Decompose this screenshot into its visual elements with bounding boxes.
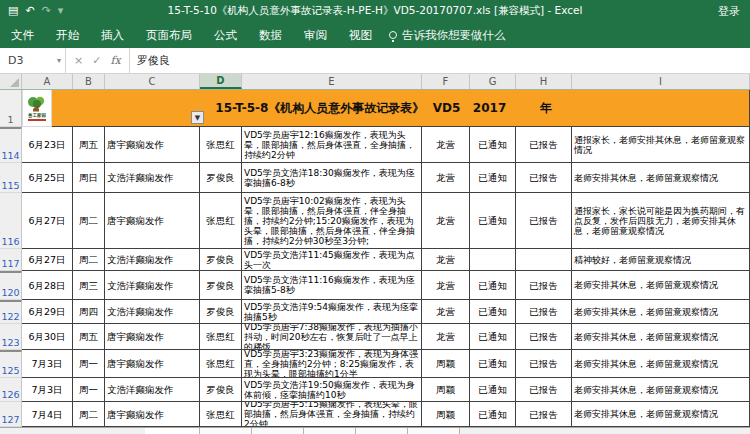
cell-notified[interactable]: 已通知 [470, 378, 516, 402]
sheet-tab[interactable] [200, 428, 252, 434]
column-header-e[interactable]: E [242, 74, 422, 89]
cell-action[interactable]: 老师安排其休息，老师留意观察情况 [572, 324, 750, 350]
tell-me-search[interactable]: 告诉我你想要做什么 [389, 28, 506, 43]
cell-weekday[interactable]: 周二 [73, 402, 105, 427]
cell-head[interactable]: 周颖 [422, 402, 470, 427]
cell-head[interactable]: 周颖 [422, 378, 470, 402]
cell-reported[interactable]: 已报告 [516, 300, 572, 324]
cell-description[interactable]: VD5学员文浩洋18:30癫痫发作，表现为痉挛抽搐6-8秒 [242, 163, 422, 193]
cell-reported[interactable]: 已报告 [516, 350, 572, 378]
row-number[interactable]: 1 [0, 90, 22, 127]
sign-in-button[interactable]: 登录 [718, 4, 750, 19]
select-all-button[interactable] [0, 74, 22, 89]
cell-recorder[interactable]: 罗俊良 [200, 249, 242, 271]
cell-description[interactable]: VD5学员唐宇3:23癫痫发作，表现为身体强直，全身抽搐约2分钟；8:25癫痫发… [242, 350, 422, 378]
row-number[interactable]: 116 [0, 193, 22, 249]
insert-function-icon[interactable]: fx [110, 54, 120, 67]
row-number[interactable]: 114 [0, 127, 22, 163]
row-number[interactable]: 117 [0, 249, 22, 271]
cell-head[interactable]: 龙营 [422, 324, 470, 350]
cell-date[interactable]: 6月30日 [22, 324, 73, 350]
cell-head[interactable]: 龙营 [422, 249, 470, 271]
sheet-tab[interactable] [145, 428, 200, 434]
tab-formulas[interactable]: 公式 [203, 22, 248, 48]
undo-icon[interactable]: ↶ [25, 0, 34, 22]
cell-recorder[interactable]: 张思红 [200, 127, 242, 163]
name-box[interactable]: D3 ▾ [0, 48, 66, 73]
save-icon[interactable]: ▤ [8, 0, 18, 22]
cell-recorder[interactable]: 张思红 [200, 193, 242, 249]
cell-event[interactable]: 文浩洋癫痫发作 [105, 249, 200, 271]
cell-reported[interactable]: 已报告 [516, 271, 572, 300]
cell-date[interactable]: 6月23日 [22, 127, 73, 163]
cell-date[interactable]: 7月4日 [22, 402, 73, 427]
row-number[interactable]: 123 [0, 324, 22, 350]
cell-event[interactable]: 唐宇癫痫发作 [105, 127, 200, 163]
tab-insert[interactable]: 插入 [90, 22, 135, 48]
cell-reported[interactable]: 已报告 [516, 193, 572, 249]
row-number[interactable]: 127 [0, 402, 22, 427]
cell-event[interactable]: 唐宇癫痫发作 [105, 402, 200, 427]
cell-action[interactable]: 通报家长，老师安排其休息，老师留意观察情况 [572, 127, 750, 163]
cell-event[interactable]: 文浩洋癫痫发作 [105, 271, 200, 300]
cell-action[interactable]: 老师安排其休息，老师留意观察情况 [572, 271, 750, 300]
cell-event[interactable]: 唐宇癫痫发作 [105, 193, 200, 249]
chevron-down-icon[interactable]: ▾ [57, 56, 61, 65]
cell-weekday[interactable]: 周三 [73, 271, 105, 300]
cell-weekday[interactable]: 周一 [73, 378, 105, 402]
cell-date[interactable]: 6月27日 [22, 193, 73, 249]
cell-recorder[interactable]: 罗俊良 [200, 271, 242, 300]
cell-reported[interactable]: 已报告 [516, 324, 572, 350]
cell-weekday[interactable]: 周四 [73, 300, 105, 324]
cell-notified[interactable]: 已通知 [470, 193, 516, 249]
cell-head[interactable]: 龙营 [422, 193, 470, 249]
cell-recorder[interactable]: 罗俊良 [200, 300, 242, 324]
cell-reported[interactable]: 已报告 [516, 378, 572, 402]
cell-notified[interactable]: 已通知 [470, 300, 516, 324]
cell-head[interactable]: 龙营 [422, 271, 470, 300]
cell-recorder[interactable]: 张思红 [200, 324, 242, 350]
cell-description[interactable]: VD5学员唐宇7:38癫痫发作，表现为抽搐小抖动，时间20秒左右，恢复后吐了一点… [242, 324, 422, 350]
sheet-tab[interactable] [408, 428, 460, 434]
sheet-tab-strip[interactable] [0, 427, 750, 434]
cell-weekday[interactable]: 周二 [73, 249, 105, 271]
formula-input[interactable]: 罗俊良 [130, 48, 750, 73]
cell-action[interactable]: 通报家长，家长说可能是因为换药期间，有点反复，发作后四肢无力，老师安排其休息，老… [572, 193, 750, 249]
cancel-icon[interactable]: × [74, 54, 83, 67]
column-header-i[interactable]: I [572, 74, 750, 89]
tab-view[interactable]: 视图 [338, 22, 383, 48]
cell-action[interactable]: 老师安排其休息，老师留意观察情况 [572, 350, 750, 378]
cell-date[interactable]: 7月3日 [22, 350, 73, 378]
sheet-tab[interactable] [304, 428, 356, 434]
cell-notified[interactable]: 已通知 [470, 271, 516, 300]
cell-notified[interactable] [470, 249, 516, 271]
cell-notified[interactable]: 已通知 [470, 127, 516, 163]
column-header-d-selected[interactable]: D [200, 74, 242, 89]
cell-recorder[interactable]: 罗俊良 [200, 163, 242, 193]
column-header-g[interactable]: G [470, 74, 516, 89]
cell-weekday[interactable]: 周五 [73, 324, 105, 350]
cell-weekday[interactable]: 周一 [73, 350, 105, 378]
cell-head[interactable]: 龙营 [422, 300, 470, 324]
cell-event[interactable]: 文浩洋癫痫发作 [105, 378, 200, 402]
column-header-a[interactable]: A [22, 74, 73, 89]
cell-reported[interactable]: 已报告 [516, 127, 572, 163]
cell-description[interactable]: VD5学员文浩洋11:16癫痫发作，表现为痉挛抽搐5-8秒 [242, 271, 422, 300]
column-header-h[interactable]: H [516, 74, 572, 89]
cell-notified[interactable]: 已通知 [470, 402, 516, 427]
cell-notified[interactable]: 已通知 [470, 163, 516, 193]
column-header-b[interactable]: B [73, 74, 105, 89]
qat-more-icon[interactable]: ▾ [58, 0, 64, 22]
cell-description[interactable]: VD5学员唐宇10:02癫痫发作，表现为头晕，眼部抽搐，然后身体强直，伴全身抽搐… [242, 193, 422, 249]
cell-head[interactable]: 龙营 [422, 163, 470, 193]
cell-description[interactable]: VD5学员文浩洋11:45癫痫发作，表现为点头一次 [242, 249, 422, 271]
cell-event[interactable]: 文浩洋癫痫发作 [105, 163, 200, 193]
cell-event[interactable]: 唐宇癫痫发作 [105, 324, 200, 350]
tab-file[interactable]: 文件 [0, 22, 45, 48]
cell-action[interactable]: 老师安排其休息，老师留意观察情况 [572, 300, 750, 324]
row-number[interactable]: 125 [0, 350, 22, 378]
cell-event[interactable]: 唐宇癫痫发作 [105, 350, 200, 378]
cell-description[interactable]: VD5学员文浩洋19:50癫痫发作，表现为身体前倾，痉挛抽搐约10秒 [242, 378, 422, 402]
cell-action[interactable]: 精神较好，老师留意观察情况 [572, 249, 750, 271]
cell-description[interactable]: VD5学员文浩洋9:54癫痫发作，表现为痉挛抽搐5秒 [242, 300, 422, 324]
